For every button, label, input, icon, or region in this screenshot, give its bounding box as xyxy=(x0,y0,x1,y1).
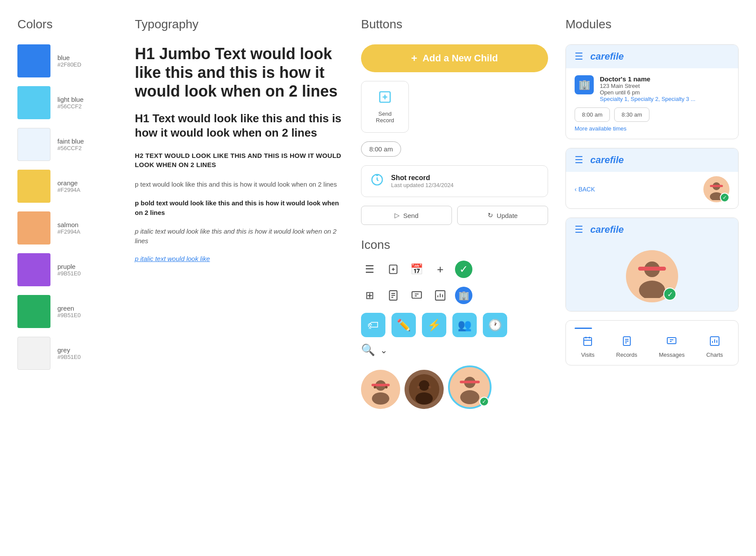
add-child-button[interactable]: + Add a New Child xyxy=(361,44,548,72)
typography-section: Typography H1 Jumbo Text would look like… xyxy=(135,17,344,409)
color-hex-blue: #2F80ED xyxy=(57,61,81,68)
svg-point-19 xyxy=(460,390,479,404)
p-normal-text: p text would look like this and this is … xyxy=(135,180,344,190)
send-label: Send xyxy=(403,212,418,219)
avatar-3: ✓ xyxy=(448,365,492,409)
icon-sq-edit[interactable]: ✏️ xyxy=(391,313,416,337)
plus-icon[interactable]: + xyxy=(432,261,449,278)
update-icon: ↻ xyxy=(488,211,493,219)
module-back-menu-icon[interactable]: ☰ xyxy=(575,154,583,166)
color-hex-green: #9B51E0 xyxy=(57,312,81,318)
module-avatar-header: ☰ carefile xyxy=(566,218,738,241)
records-label: Records xyxy=(616,352,637,358)
modules-heading: Modules xyxy=(565,17,739,31)
svg-point-16 xyxy=(428,386,431,389)
messages-icon xyxy=(666,336,677,349)
module-doctor-card: ☰ carefile 🏢 Doctor's 1 name 123 Main St… xyxy=(565,44,739,139)
nav-item-records[interactable]: Records xyxy=(616,336,637,358)
send-record-icon xyxy=(378,90,392,107)
avatars-row: ✓ xyxy=(361,365,548,409)
svg-rect-31 xyxy=(667,338,676,344)
svg-point-13 xyxy=(419,380,429,391)
svg-rect-29 xyxy=(584,338,592,345)
svg-rect-9 xyxy=(371,384,390,386)
svg-rect-24 xyxy=(710,185,723,187)
send-button[interactable]: ▷ Send xyxy=(361,206,452,225)
chevron-down-icon[interactable]: ⌄ xyxy=(380,345,388,355)
p-link-text[interactable]: p italic text would look like xyxy=(135,255,210,262)
icon-sq-chart2[interactable]: ⚡ xyxy=(422,313,446,337)
message-icon[interactable] xyxy=(408,287,425,304)
svg-point-8 xyxy=(372,392,389,405)
visits-icon xyxy=(582,336,593,349)
time-slot-1[interactable]: 8:00 am xyxy=(575,107,610,122)
chart-icon[interactable] xyxy=(432,287,449,304)
charts-icon xyxy=(709,336,720,349)
send-record-button[interactable]: Send Record xyxy=(361,81,409,133)
module-doctor-body: 🏢 Doctor's 1 name 123 Main Street Open u… xyxy=(566,68,738,139)
doctor-row: 🏢 Doctor's 1 name 123 Main Street Open u… xyxy=(575,75,729,102)
back-label: BACK xyxy=(579,186,595,193)
shot-record-info: Shot record Last updated 12/34/2024 xyxy=(391,174,454,188)
color-item-grey: grey #9B51E0 xyxy=(17,337,117,370)
module-nav-body: Visits Records xyxy=(566,321,738,365)
color-swatch-green xyxy=(17,295,50,328)
module-back-body: ‹ BACK ✓ xyxy=(566,172,738,208)
nav-item-charts[interactable]: Charts xyxy=(706,336,723,358)
icon-sq-clock[interactable]: 🕐 xyxy=(483,313,507,337)
shot-record-icon xyxy=(370,173,384,190)
module-avatar-menu-icon[interactable]: ☰ xyxy=(575,224,583,235)
color-item-faintblue: faint blue #56CCF2 xyxy=(17,128,117,161)
nav-item-messages[interactable]: Messages xyxy=(659,336,685,358)
add-record-icon[interactable] xyxy=(385,261,402,278)
search-icon[interactable]: 🔍 xyxy=(361,343,375,357)
color-hex-orange: #F2994A xyxy=(57,187,80,193)
module-menu-icon[interactable]: ☰ xyxy=(575,51,583,62)
color-swatch-purple xyxy=(17,253,50,286)
doctor-building-icon: 🏢 xyxy=(575,75,594,94)
module-doctor-header: ☰ carefile xyxy=(566,45,738,68)
svg-point-10 xyxy=(374,386,376,389)
messages-label: Messages xyxy=(659,352,685,358)
shot-record-title: Shot record xyxy=(391,174,454,182)
color-item-purple: pruple #9B51E0 xyxy=(17,253,117,286)
module-logo-1: carefile xyxy=(590,51,624,62)
building-blue-icon[interactable]: 🏢 xyxy=(455,287,472,304)
icons-heading: Icons xyxy=(361,238,548,252)
icons-row-2: ⊞ 🏢 xyxy=(361,287,548,304)
check-green-icon[interactable]: ✓ xyxy=(455,261,472,278)
menu-icon[interactable]: ☰ xyxy=(361,261,378,278)
document-icon[interactable] xyxy=(385,287,402,304)
color-hex-faintblue: #56CCF2 xyxy=(57,145,84,151)
time-slot-2[interactable]: 8:30 am xyxy=(614,107,649,122)
doctor-hours: Open until 6 pm xyxy=(600,89,696,96)
color-name-salmon: salmon xyxy=(57,221,80,228)
color-name-purple: pruple xyxy=(57,263,81,270)
shot-record-sub: Last updated 12/34/2024 xyxy=(391,182,454,188)
module-avatar-sm: ✓ xyxy=(703,176,729,202)
module-avatar-body: ✓ xyxy=(566,241,738,311)
back-button[interactable]: ‹ BACK xyxy=(575,186,595,193)
doctor-specialties: Specialty 1, Specialty 2, Specialty 3 ..… xyxy=(600,96,696,102)
buttons-heading: Buttons xyxy=(361,17,548,31)
svg-point-14 xyxy=(415,392,433,405)
send-icon: ▷ xyxy=(395,211,400,219)
nav-item-visits[interactable]: Visits xyxy=(581,336,595,358)
color-name-faintblue: faint blue xyxy=(57,137,84,145)
icon-sq-character[interactable]: 🏷 xyxy=(361,313,385,337)
color-swatch-salmon xyxy=(17,211,50,245)
grid-icon[interactable]: ⊞ xyxy=(361,287,378,304)
color-name-grey: grey xyxy=(57,346,81,354)
search-area: 🔍 ⌄ xyxy=(361,343,548,357)
more-times-link[interactable]: More available times xyxy=(575,125,729,132)
time-badge[interactable]: 8:00 am xyxy=(361,141,401,157)
time-slots: 8:00 am 8:30 am xyxy=(575,107,729,122)
color-hex-salmon: #F2994A xyxy=(57,228,80,235)
calendar-icon[interactable]: 📅 xyxy=(408,261,425,278)
update-button[interactable]: ↻ Update xyxy=(457,206,548,225)
module-avatar-card: ☰ carefile ✓ xyxy=(565,218,739,311)
module-nav-card: Visits Records xyxy=(565,320,739,365)
icons-row-3: 🏷 ✏️ ⚡ 👥 🕐 xyxy=(361,313,548,337)
icon-sq-group[interactable]: 👥 xyxy=(452,313,477,337)
color-hex-purple: #9B51E0 xyxy=(57,270,81,277)
